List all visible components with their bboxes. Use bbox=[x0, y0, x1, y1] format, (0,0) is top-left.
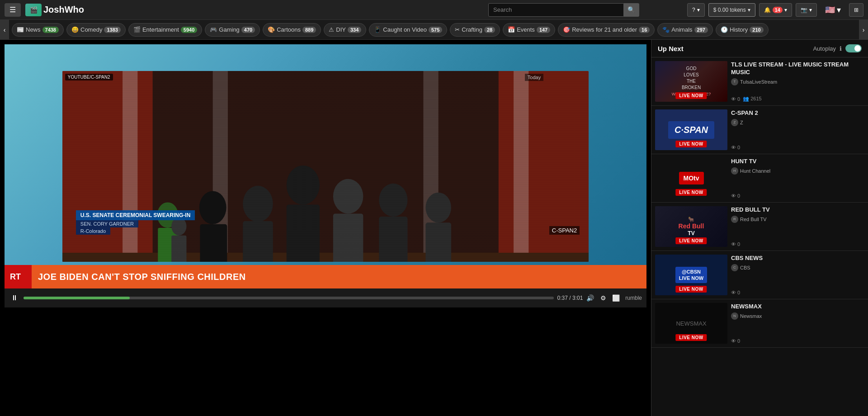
category-icon-diy: ⚠ bbox=[329, 26, 334, 33]
video-background: YOUTUBE/C-SPAN2 Today bbox=[5, 44, 646, 288]
logo-text: JoshWho bbox=[43, 5, 84, 15]
category-pill-crafting[interactable]: ✂Crafting28 bbox=[450, 23, 500, 37]
stream-meta-redbull: 👁 0 bbox=[731, 241, 864, 247]
stream-channel-redbull: R Red Bull TV bbox=[731, 216, 864, 223]
stream-title-tls: TLS LIVE STREAM - LIVE MUSIC STREAM MUSI… bbox=[731, 61, 864, 76]
flag-button[interactable]: 🇺🇸 ▾ bbox=[821, 3, 845, 17]
live-badge-newsmax: LIVE NOW bbox=[675, 334, 707, 341]
stream-info-hunt: HUNT TV H Hunt Channel 👁 0 bbox=[731, 158, 864, 199]
stream-card-redbull[interactable]: 🐂Red BullTV LIVE NOW RED BULL TV R Red B… bbox=[651, 203, 868, 251]
view-icon: 👁 0 bbox=[731, 241, 740, 247]
category-count-history: 210 bbox=[750, 27, 763, 33]
category-pill-gaming[interactable]: 🎮Gaming470 bbox=[205, 23, 260, 37]
category-pill-news[interactable]: 📰News7438 bbox=[12, 23, 64, 37]
stream-card-hunt[interactable]: MOtv LIVE NOW HUNT TV H Hunt Channel 👁 0 bbox=[651, 154, 868, 203]
channel-icon-newsmax: N bbox=[731, 312, 738, 320]
category-label-diy: DIY bbox=[336, 26, 346, 33]
view-icon: 👁 0 bbox=[731, 290, 740, 295]
autoplay-toggle[interactable] bbox=[845, 44, 862, 52]
stream-info-redbull: RED BULL TV R Red Bull TV 👁 0 bbox=[731, 206, 864, 247]
stream-channel-tls: T TulsaLiveStream bbox=[731, 78, 864, 85]
settings-button[interactable]: ⚙ bbox=[598, 293, 609, 303]
category-count-diy: 334 bbox=[348, 27, 361, 33]
stream-thumbnail-redbull: 🐂Red BullTV LIVE NOW bbox=[655, 206, 727, 247]
logo: 🎬 JoshWho bbox=[25, 4, 84, 16]
category-label-entertainment: Entertainment bbox=[142, 26, 179, 33]
category-pill-entertainment[interactable]: 🎬Entertainment5940 bbox=[128, 23, 202, 37]
time-total: 3:01 bbox=[572, 295, 583, 301]
search-button[interactable]: 🔍 bbox=[624, 3, 639, 17]
rumble-logo: rumble bbox=[625, 295, 642, 301]
category-icon-history: 🕐 bbox=[721, 26, 728, 33]
category-count-news: 7438 bbox=[42, 27, 59, 33]
category-label-caught: Caught on Video bbox=[383, 26, 427, 33]
cat-nav-right-arrow[interactable]: › bbox=[859, 20, 868, 40]
theater-button[interactable]: ⬜ bbox=[612, 294, 620, 302]
volume-button[interactable]: 🔊 bbox=[586, 294, 594, 302]
view-icon: 👁 0 bbox=[731, 96, 740, 102]
channel-name-cspan2: Z bbox=[740, 120, 743, 125]
grid-button[interactable]: ⊞ bbox=[849, 3, 863, 17]
stream-channel-hunt: H Hunt Channel bbox=[731, 167, 864, 175]
stream-meta-tls: 👁 0 👥 2615 bbox=[731, 96, 864, 102]
category-label-crafting: Crafting bbox=[462, 26, 482, 33]
category-icon-entertainment: 🎬 bbox=[133, 26, 141, 33]
channel-name-redbull: Red Bull TV bbox=[740, 217, 767, 222]
live-badge-hunt: LIVE NOW bbox=[675, 189, 707, 196]
stream-card-cbs[interactable]: @CBSNLIVE NOW LIVE NOW CBS NEWS C CBS 👁 … bbox=[651, 251, 868, 299]
notifications-button[interactable]: 🔔 14 ▾ bbox=[759, 3, 792, 17]
rt-logo: RT bbox=[5, 265, 32, 288]
category-label-gaming: Gaming bbox=[219, 26, 240, 33]
tokens-arrow-icon: ▾ bbox=[748, 7, 750, 13]
video-wrapper: YOUTUBE/C-SPAN2 Today bbox=[5, 44, 646, 288]
category-pill-reviews[interactable]: 🎯Reviews for 21 and older16 bbox=[558, 23, 655, 37]
stream-meta-cspan2: 👁 0 bbox=[731, 145, 864, 150]
svg-point-14 bbox=[333, 179, 363, 214]
category-pill-comedy[interactable]: 😄Comedy1383 bbox=[66, 23, 126, 37]
category-pill-diy[interactable]: ⚠DIY334 bbox=[324, 23, 366, 37]
tokens-button[interactable]: $ 0.00 tokens ▾ bbox=[708, 3, 755, 17]
category-pill-caught[interactable]: 📱Caught on Video575 bbox=[369, 23, 447, 37]
search-icon: 🔍 bbox=[627, 6, 635, 13]
category-nav: ‹ 📰News7438😄Comedy1383🎬Entertainment5940… bbox=[0, 20, 868, 40]
stream-channel-cbs: C CBS bbox=[731, 264, 864, 271]
category-count-animals: 297 bbox=[694, 27, 708, 33]
stream-card-newsmax[interactable]: NEWSMAX LIVE NOW NEWSMAX N Newsmax 👁 0 bbox=[651, 299, 868, 348]
category-label-reviews: Reviews for 21 and older bbox=[572, 26, 637, 33]
cspan-watermark: C-SPAN2 bbox=[549, 226, 580, 235]
header: ☰ 🎬 JoshWho 🔍 ? ▾ $ 0.00 tokens ▾ 🔔 14 ▾… bbox=[0, 0, 868, 20]
stream-title-newsmax: NEWSMAX bbox=[731, 303, 864, 311]
progress-bar[interactable] bbox=[24, 297, 554, 299]
help-button[interactable]: ? ▾ bbox=[687, 3, 705, 17]
category-icon-crafting: ✂ bbox=[455, 26, 460, 33]
theater-icon: ⬜ bbox=[612, 294, 620, 302]
progress-fill bbox=[24, 297, 130, 299]
category-pill-animals[interactable]: 🐾Animals297 bbox=[657, 23, 713, 37]
stream-card-cspan2[interactable]: C·SPAN LIVE NOW C-SPAN 2 Z Z 👁 0 bbox=[651, 106, 868, 154]
stream-thumbnail-cbs: @CBSNLIVE NOW LIVE NOW bbox=[655, 255, 727, 295]
search-input[interactable] bbox=[488, 3, 624, 17]
stream-title-hunt: HUNT TV bbox=[731, 158, 864, 165]
category-pill-cartoons[interactable]: 🎨Cartoons889 bbox=[263, 23, 321, 37]
category-icon-caught: 📱 bbox=[374, 26, 381, 33]
senator-swearing-title: U.S. SENATE CEREMONIAL SWEARING-IN bbox=[76, 210, 195, 220]
search-container: 🔍 bbox=[488, 3, 678, 17]
video-today-badge: Today bbox=[525, 74, 543, 81]
play-pause-button[interactable]: ⏸ bbox=[9, 293, 20, 303]
stream-title-redbull: RED BULL TV bbox=[731, 206, 864, 214]
stream-thumbnail-newsmax: NEWSMAX LIVE NOW bbox=[655, 303, 727, 344]
cat-nav-left-arrow[interactable]: ‹ bbox=[0, 20, 9, 40]
time-separator: / bbox=[569, 295, 572, 301]
menu-button[interactable]: ☰ bbox=[5, 3, 21, 17]
camera-button[interactable]: 📷 ▾ bbox=[796, 3, 817, 17]
volume-icon: 🔊 bbox=[586, 294, 594, 302]
flag-icon: 🇺🇸 bbox=[825, 5, 835, 15]
category-pill-history[interactable]: 🕐History210 bbox=[716, 23, 769, 37]
category-label-events: Events bbox=[517, 26, 535, 33]
category-count-gaming: 470 bbox=[241, 27, 255, 33]
stream-card-tls[interactable]: GODLOVESTHEBROKENWANT TO BE FREE? LIVE N… bbox=[651, 57, 868, 106]
senator-state: R-Colorado bbox=[76, 227, 110, 235]
stream-thumbnail-cspan2: C·SPAN LIVE NOW bbox=[655, 109, 727, 150]
header-right: ? ▾ $ 0.00 tokens ▾ 🔔 14 ▾ 📷 ▾ 🇺🇸 ▾ ⊞ bbox=[687, 3, 863, 17]
category-pill-events[interactable]: 📅Events147 bbox=[503, 23, 555, 37]
